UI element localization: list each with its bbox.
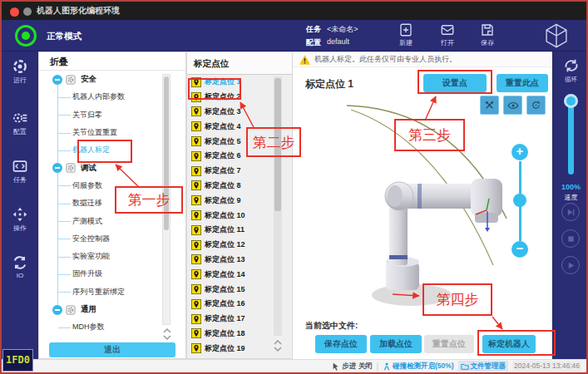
app-header: 正常模式 任务 <未命名> 配置 default 新建 打开 保存 [2,20,586,52]
stop-icon [566,234,576,244]
zoom-slider-handle[interactable] [513,194,526,207]
left-nav-rail: 运行 配置 任务 操作 IO [2,52,38,359]
pin-icon [191,254,201,264]
points-scrollbar[interactable] [274,76,282,336]
calibrate-robot-button[interactable]: 标定机器人 [482,335,536,353]
save-points-button[interactable]: 保存点位 [315,335,367,353]
mode-label: 正常模式 [47,20,82,52]
minimize-window-icon[interactable] [23,7,32,16]
loop-mode-button[interactable]: 循环 [553,57,588,84]
sidebar-item-run[interactable]: 运行 [2,58,38,85]
calibration-point-label: 标定点位 6 [205,150,241,161]
status-code-badge: 1FD0 [2,349,33,372]
speed-value: 100% [553,183,588,191]
gear-icon [66,305,76,315]
calibration-point-label: 标定点位 1 [205,76,241,87]
set-point-button[interactable]: 设置点 [423,74,487,92]
step-mode-status[interactable]: 步进 关闭 [332,362,372,372]
chevron-up-icon[interactable] [273,338,283,346]
pin-icon [191,299,201,309]
chevron-down-icon[interactable] [162,334,172,342]
reset-this-point-button[interactable]: 重置此点 [497,74,548,92]
pin-icon [191,240,201,250]
gear-icon [66,163,76,173]
pin-icon [191,166,201,176]
status-bar: 步进 关闭 | 碰撞检测开启(50%) 文件管理器 2024-05-13 13:… [2,359,586,372]
collapse-minus-icon[interactable] [52,305,62,315]
pin-icon [191,210,201,220]
chevron-down-icon[interactable] [273,346,283,353]
save-task-button[interactable]: 保存 [471,22,504,47]
page-title: 标定点位 1 [305,77,353,91]
tree-scrollbar[interactable] [162,74,170,325]
sidebar-item-task[interactable]: 任务 [2,158,38,185]
file-manager-button[interactable]: 文件管理器 [458,361,509,372]
tree-group-label: 安全 [81,74,96,85]
step-next-button[interactable] [561,203,580,221]
calibration-point-label: 标定点位 17 [205,313,245,324]
zoom-in-button[interactable]: + [511,144,528,160]
save-task-label: 保存 [471,38,504,47]
pin-icon [191,106,201,116]
play-button[interactable] [561,256,580,274]
gear-icon [66,75,76,85]
pin-icon [191,121,201,131]
calibration-point-label: 标定点位 4 [205,121,241,132]
speed-label: 速度 [553,193,588,202]
collision-detection-status[interactable]: 碰撞检测开启(50%) [383,362,454,372]
pin-icon [191,195,201,205]
calibration-point-label: 标定点位 15 [205,284,245,295]
tree-item-label: 固件升级 [72,268,102,279]
tree-scroll-arrows[interactable] [162,327,172,342]
new-file-icon [398,22,413,37]
load-points-button[interactable]: 加载点位 [370,335,422,353]
task-value: <未命名> [327,24,358,35]
pin-icon [191,284,201,294]
separator: | [377,362,378,371]
speed-slider-handle[interactable] [564,94,578,108]
chevron-up-icon[interactable] [162,327,172,334]
open-file-icon [440,22,455,37]
pin-icon [191,314,201,324]
pin-icon [191,77,201,87]
calibration-point-label: 标定点位 5 [205,136,241,147]
new-task-button[interactable]: 新建 [389,22,422,47]
tree-item-label: 关节位置重置 [72,127,117,138]
close-window-icon[interactable] [10,7,19,17]
collapse-minus-icon[interactable] [52,75,62,85]
calibration-point-label: 标定点位 16 [205,298,245,309]
pin-icon [191,180,201,190]
robot-3d-viewport[interactable] [293,102,552,320]
open-task-button[interactable]: 打开 [431,22,464,47]
collapse-minus-icon[interactable] [52,163,62,173]
exit-button[interactable]: 退出 [49,342,175,357]
stop-button[interactable] [561,229,580,248]
calibration-point-label: 标定点位 10 [205,210,245,221]
points-scroll-arrows[interactable] [273,338,283,353]
calibration-point-label: 标定点位 9 [205,195,241,206]
points-scrollbar-thumb[interactable] [274,78,281,211]
warning-bar: 机器人标定。此任务仅可由专业人员执行。 [293,52,552,67]
task-icon [12,158,28,175]
sidebar-item-operate[interactable]: 操作 [2,206,38,233]
zoom-out-button[interactable]: − [511,241,528,258]
application-window: 机器人图形化编程环境 正常模式 任务 <未命名> 配置 default 新建 打… [0,0,588,374]
sidebar-item-config[interactable]: 配置 [2,110,38,136]
loop-icon [562,57,581,75]
tree-item-label: 伺服参数 [72,180,102,191]
operate-icon [12,206,28,223]
tree-panel-title: 折叠 [39,52,185,71]
skip-next-icon [566,208,576,217]
sidebar-label-config: 配置 [2,127,38,136]
open-task-label: 打开 [431,38,464,47]
sidebar-item-io[interactable]: IO [2,254,38,279]
app-logo-icon [542,22,571,50]
config-value: default [327,37,349,48]
pin-icon [191,328,201,338]
tree-scrollbar-thumb[interactable] [164,76,169,230]
pin-icon [191,136,201,146]
task-row: 任务 <未命名> [306,24,358,35]
new-task-label: 新建 [389,38,422,47]
tree-item-label: 关节归零 [72,110,102,121]
step-mode-label: 步进 关闭 [342,362,372,372]
